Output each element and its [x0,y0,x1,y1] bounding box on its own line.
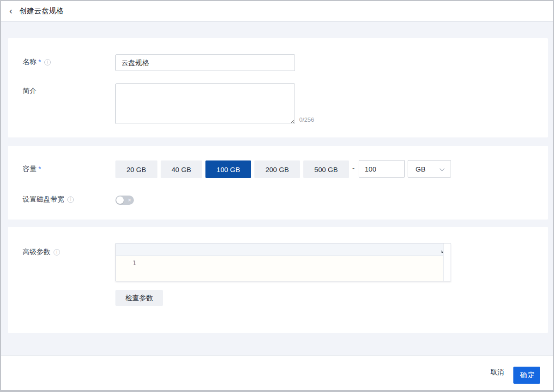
chevron-down-icon [439,168,445,172]
confirm-button[interactable]: 确定 [513,367,540,384]
description-label: 简介 [23,87,36,95]
required-asterisk: * [38,58,41,65]
advanced-label: 高级参数i [23,248,60,256]
editor-toolbar [116,244,443,256]
description-textarea[interactable] [115,83,295,124]
custom-capacity-input[interactable] [359,160,405,178]
required-asterisk: * [38,165,41,172]
create-disk-spec-page: ‹ 创建云盘规格 名称*i 简介 0/256 容量* 20 GB 40 GB 1… [0,0,554,392]
bandwidth-label-text: 设置磁盘带宽 [23,195,64,203]
capacity-options: 20 GB 40 GB 100 GB 200 GB 500 GB [115,160,349,178]
bandwidth-label: 设置磁盘带宽i [23,195,74,204]
page-title: 创建云盘规格 [19,6,64,16]
cancel-button[interactable]: 取消 [490,368,504,377]
advanced-params-card: 高级参数i 1 检查参数 [8,227,548,333]
capacity-option-500gb[interactable]: 500 GB [303,160,349,178]
basic-info-card: 名称*i 简介 0/256 [8,38,548,137]
capacity-option-200gb[interactable]: 200 GB [254,160,300,178]
capacity-option-40gb[interactable]: 40 GB [161,160,203,178]
editor-line-number: 1 [132,259,136,267]
toggle-off-x-icon: × [128,196,131,205]
range-separator: - [352,164,355,172]
char-counter: 0/256 [299,116,314,123]
bandwidth-toggle-off[interactable]: × [115,196,134,205]
toggle-knob [116,196,124,204]
name-input[interactable] [115,54,295,71]
name-label: 名称*i [23,58,51,66]
capacity-option-20gb[interactable]: 20 GB [115,160,157,178]
code-editor[interactable]: 1 [115,243,451,281]
editor-scrollbar[interactable] [443,244,451,281]
unit-select[interactable]: GB [408,160,451,178]
info-icon[interactable]: i [54,249,60,255]
page-header: ‹ 创建云盘规格 [1,1,553,22]
info-icon[interactable]: i [44,59,51,65]
info-icon[interactable]: i [67,196,74,203]
check-params-button[interactable]: 检查参数 [115,290,163,306]
description-label-text: 简介 [23,87,36,95]
capacity-card: 容量* 20 GB 40 GB 100 GB 200 GB 500 GB - G… [8,146,548,220]
capacity-label-text: 容量 [23,165,36,172]
unit-select-value: GB [416,165,426,173]
capacity-label: 容量* [23,165,41,173]
back-chevron-icon[interactable]: ‹ [9,5,12,16]
name-label-text: 名称 [23,58,36,65]
page-footer: 取消 确定 [1,355,553,390]
capacity-option-100gb-selected[interactable]: 100 GB [205,160,251,178]
advanced-label-text: 高级参数 [23,248,50,255]
